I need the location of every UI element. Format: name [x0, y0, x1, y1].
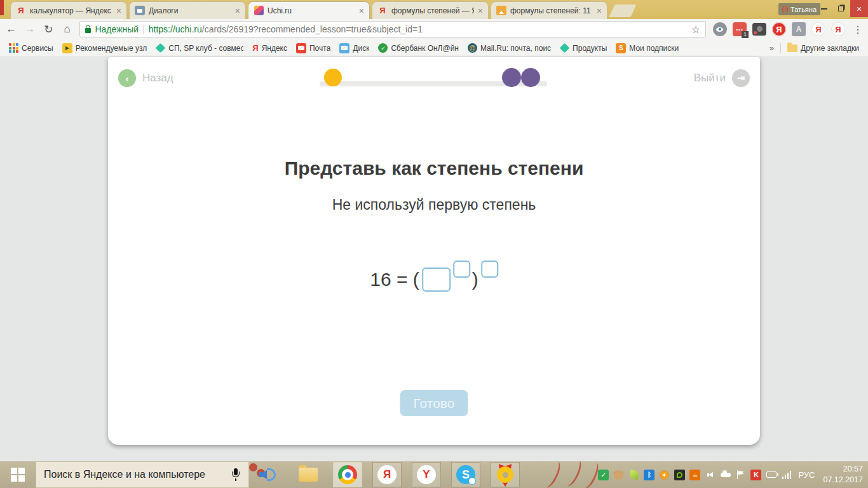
chat-favicon-icon: [135, 6, 145, 15]
minimize-icon: [821, 8, 827, 10]
tab-close-icon[interactable]: ×: [478, 6, 483, 15]
tab-dialogs[interactable]: Диалоги ×: [129, 1, 246, 19]
forward-icon[interactable]: →: [22, 23, 37, 36]
taskbar-search[interactable]: [36, 461, 249, 488]
tab-title: формулы степеней — Я: [391, 6, 474, 15]
outer-exponent-input[interactable]: [481, 261, 498, 278]
start-button[interactable]: [0, 461, 36, 488]
cloud-icon[interactable]: [720, 470, 731, 480]
bookmark-sp-club[interactable]: СП, SP клуб - совмес: [156, 44, 243, 53]
leaf-icon[interactable]: [628, 470, 639, 480]
flower-icon[interactable]: [659, 470, 670, 480]
reload-icon[interactable]: ↻: [41, 23, 56, 36]
file-explorer-button[interactable]: [294, 462, 323, 487]
visual-bookmarks-extension[interactable]: [712, 22, 728, 37]
back-icon[interactable]: ←: [4, 23, 18, 36]
bookmark-label: Mail.Ru: почта, поис: [480, 44, 551, 53]
yandex-extension-2[interactable]: Я: [811, 22, 826, 37]
bookmark-yandex[interactable]: Я Яндекс: [252, 43, 287, 53]
acrobat-icon: A: [792, 22, 806, 36]
bookmark-disk[interactable]: Диск: [339, 43, 369, 53]
yandex-icon: Я: [377, 465, 397, 484]
tab-title: калькулятор — Яндекс: [30, 6, 112, 15]
tab-formulas-search[interactable]: Я формулы степеней — Я ×: [372, 1, 489, 19]
restore-icon: [838, 6, 844, 11]
tab-close-icon[interactable]: ×: [235, 6, 240, 15]
uchi-favicon-icon: [254, 6, 264, 16]
equation-close-paren: ): [472, 269, 478, 290]
tab-close-icon[interactable]: ×: [116, 6, 121, 15]
yandex-icon: Я: [811, 22, 825, 36]
battery-icon[interactable]: [766, 470, 776, 480]
antivirus-check-icon[interactable]: ✓: [598, 470, 609, 480]
folder-icon: [299, 468, 318, 482]
kaspersky-icon[interactable]: K: [750, 470, 761, 480]
tab-close-icon[interactable]: ×: [597, 6, 602, 15]
tab-close-icon[interactable]: ×: [359, 6, 364, 15]
chrome-app-button[interactable]: [333, 462, 362, 487]
bookmarks-overflow-icon[interactable]: »: [770, 43, 774, 53]
advisor-extension[interactable]: ••• 1: [732, 22, 747, 37]
sberbank-icon: ✓: [378, 43, 388, 53]
screenshot-extension[interactable]: [752, 22, 767, 37]
volume-app-button[interactable]: [254, 462, 283, 487]
bookmark-mail[interactable]: Почта: [296, 43, 330, 53]
bookmark-label: Сервисы: [22, 44, 53, 53]
address-bar[interactable]: Надежный | https://uchi.ru/cards/26919?r…: [79, 21, 706, 37]
bookmark-recommended[interactable]: ▶ Рекомендуемые узл: [62, 43, 147, 53]
bookmark-subscriptions[interactable]: S Мои подписки: [616, 43, 679, 53]
yandex-extension-3[interactable]: Я: [831, 22, 846, 37]
language-indicator[interactable]: РУС: [798, 470, 815, 480]
equation-left-text: 16 = (: [370, 269, 419, 290]
clock[interactable]: 20:57 07.12.2017: [823, 464, 863, 485]
bluetooth-icon[interactable]: ᛒ: [644, 470, 654, 480]
restore-button[interactable]: [831, 0, 850, 17]
java-icon[interactable]: ☕: [689, 470, 700, 480]
back-chevron-icon: ‹: [118, 69, 136, 87]
nvidia-icon[interactable]: [674, 470, 685, 480]
close-button[interactable]: ×: [850, 0, 868, 17]
chrome-menu-icon[interactable]: ⋮: [853, 24, 863, 36]
bookmark-mailru[interactable]: @ Mail.Ru: почта, поис: [468, 43, 551, 53]
done-button[interactable]: Готово: [400, 390, 468, 416]
bookmark-sberbank[interactable]: ✓ Сбербанк ОнЛ@йн: [378, 43, 459, 53]
skype-app-button[interactable]: S: [451, 462, 480, 487]
tray-speaker-icon[interactable]: [705, 470, 715, 480]
search-input[interactable]: [36, 469, 232, 480]
tab-calculator[interactable]: Я калькулятор — Яндекс ×: [10, 1, 127, 19]
bookmark-services[interactable]: Сервисы: [9, 43, 53, 53]
acrobat-extension[interactable]: A: [791, 22, 806, 37]
play-icon: ▶: [62, 43, 72, 53]
yandex-browser-icon: Y: [417, 465, 436, 484]
windows-logo-icon: [11, 468, 25, 482]
flag-icon[interactable]: [735, 470, 746, 480]
gear-app-button[interactable]: [491, 462, 520, 487]
tab-uchi-active[interactable]: Uchi.ru ×: [248, 1, 370, 19]
base-input[interactable]: [422, 268, 451, 292]
tab-title: Uchi.ru: [268, 6, 355, 15]
equation: 16 = ( ): [370, 259, 498, 300]
bookmark-star-icon[interactable]: ☆: [691, 24, 700, 36]
monkey-icon[interactable]: [613, 470, 624, 480]
yandex-browser-button[interactable]: Y: [412, 462, 441, 487]
signal-bars-icon[interactable]: [781, 470, 792, 480]
bookmark-label: Рекомендуемые узл: [76, 44, 147, 53]
other-bookmarks-button[interactable]: Другие закладки: [787, 44, 859, 53]
microphone-icon[interactable]: [232, 468, 240, 481]
system-tray: ✓ ᛒ ☕ K РУС 20:57 07.12.2017: [598, 461, 867, 488]
bookmark-products[interactable]: Продукты: [560, 44, 607, 53]
home-icon[interactable]: ⌂: [60, 23, 74, 36]
taskbar-apps: Я Y S: [254, 462, 520, 487]
new-tab-button[interactable]: [609, 4, 636, 17]
yandex-app-button[interactable]: Я: [372, 462, 402, 487]
exit-button[interactable]: Выйти ⇥: [694, 69, 750, 87]
secure-lock-icon: [85, 28, 91, 33]
yandex-extension[interactable]: Я: [771, 22, 787, 37]
exit-arrow-icon: ⇥: [732, 69, 750, 87]
image-favicon-icon: [496, 6, 506, 15]
lesson-subtitle: Не используй первую степень: [108, 196, 760, 214]
tab-formulas-images[interactable]: формулы степеней: 11 т ×: [491, 1, 607, 19]
back-button[interactable]: ‹ Назад: [118, 69, 173, 87]
inner-exponent-input[interactable]: [453, 261, 470, 278]
bookmarks-bar: Сервисы ▶ Рекомендуемые узл СП, SP клуб …: [0, 39, 868, 57]
